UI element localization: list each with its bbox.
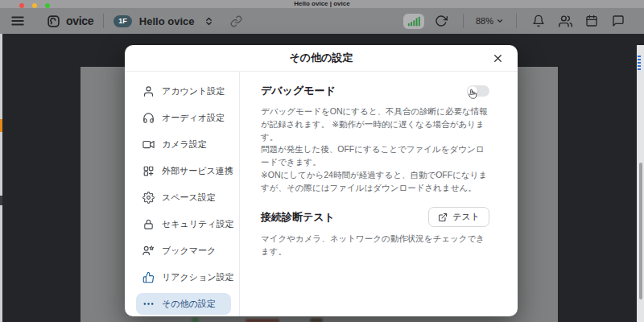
app-toolbar: ovice 1F Hello ovice 88% [0, 8, 644, 34]
debug-mode-toggle[interactable] [467, 85, 489, 97]
chat-icon[interactable] [609, 11, 628, 31]
lock-icon [142, 218, 155, 230]
floor-badge[interactable]: 1F [114, 15, 132, 27]
gear-icon [142, 192, 155, 204]
ovice-logo-text: ovice [66, 14, 93, 27]
sidebar-item-5[interactable]: セキュリティ設定 [136, 213, 231, 235]
headphones-icon [142, 112, 155, 124]
right-edge-panel [637, 45, 644, 322]
right-edge-blue-marker [638, 56, 641, 70]
notifications-bell-icon[interactable] [529, 11, 548, 31]
external-link-icon [438, 213, 448, 222]
right-scrollbar-thumb[interactable] [639, 163, 642, 299]
toolbar-divider [103, 14, 104, 28]
modal-title: その他の設定 [290, 51, 353, 65]
ovice-logo-icon [43, 11, 63, 31]
sidebar-item-label: スペース設定 [162, 192, 216, 204]
diagnostic-title: 接続診断テスト [261, 210, 335, 225]
test-button-label: テスト [452, 211, 480, 223]
sidebar-item-label: 外部サービス連携 [162, 165, 233, 177]
zoom-chevron-down-icon [496, 17, 504, 25]
sidebar-item-3[interactable]: 外部サービス連携 [136, 160, 231, 182]
zoom-level: 88% [476, 16, 493, 26]
settings-main-panel: デバッグモード デバッグモードをONにすると、不具合の診断に必要な情報が記録され… [240, 72, 518, 316]
sidebar-item-label: リアクション設定 [162, 271, 234, 283]
user-icon [142, 85, 155, 97]
debug-mode-description: デバッグモードをONにすると、不具合の診断に必要な情報が記録されます。 ※動作が… [261, 105, 489, 194]
ovice-logo: ovice [43, 11, 93, 31]
space-name[interactable]: Hello ovice [139, 15, 195, 27]
modal-body: アカウント設定オーディオ設定カメラ設定外部サービス連携スペース設定セキュリティ設… [125, 72, 518, 316]
settings-sidebar-list: アカウント設定オーディオ設定カメラ設定外部サービス連携スペース設定セキュリティ設… [125, 72, 240, 316]
left-edge-dark-marker [0, 196, 2, 205]
sidebar-item-label: アカウント設定 [162, 85, 225, 97]
reload-icon[interactable] [431, 11, 451, 31]
sidebar-item-2[interactable]: カメラ設定 [136, 134, 231, 155]
sidebar-item-8[interactable]: その他の設定 [136, 293, 231, 315]
calendar-icon[interactable] [582, 11, 601, 31]
connection-signal-icon[interactable] [403, 14, 424, 29]
camera-icon [142, 138, 155, 151]
hand-cursor-icon [466, 88, 478, 100]
sidebar-item-0[interactable]: アカウント設定 [136, 80, 231, 102]
apps-plus-icon [142, 165, 155, 177]
thumbs-up-icon [142, 271, 155, 283]
map-avatar-hint [192, 317, 199, 322]
left-edge-panel [0, 34, 2, 322]
toolbar-divider [516, 14, 517, 28]
test-button[interactable]: テスト [428, 207, 489, 227]
settings-modal: その他の設定 アカウント設定オーディオ設定カメラ設定外部サービス連携スペース設定… [125, 45, 518, 316]
debug-mode-title: デバッグモード [261, 84, 336, 98]
diagnostic-description: マイクやカメラ、ネットワークの動作状況をチェックできます。 [261, 233, 489, 258]
space-switcher-chevrons-icon[interactable] [199, 11, 218, 31]
macos-titlebar: Hello ovice | ovice [0, 0, 644, 8]
close-icon[interactable] [491, 52, 505, 65]
sidebar-item-label: カメラ設定 [162, 138, 207, 151]
zoom-control[interactable]: 88% [476, 16, 504, 26]
map-object-hint [310, 318, 323, 322]
left-edge-orange-marker [0, 119, 2, 132]
user-star-icon [142, 245, 155, 257]
sidebar-item-1[interactable]: オーディオ設定 [136, 107, 231, 129]
sidebar-item-label: ブックマーク [162, 245, 216, 257]
sidebar-item-7[interactable]: リアクション設定 [136, 266, 231, 288]
modal-header: その他の設定 [125, 45, 518, 72]
copy-link-icon[interactable] [226, 11, 246, 31]
menu-icon[interactable] [8, 11, 27, 31]
members-icon[interactable] [555, 11, 575, 31]
map-label-hint [246, 319, 279, 322]
ellipsis-icon [142, 298, 155, 310]
sidebar-item-label: オーディオ設定 [162, 112, 225, 124]
sidebar-item-label: セキュリティ設定 [162, 218, 234, 230]
toolbar-divider [463, 14, 464, 28]
sidebar-item-label: その他の設定 [162, 298, 216, 310]
sidebar-item-4[interactable]: スペース設定 [136, 187, 231, 208]
sidebar-item-6[interactable]: ブックマーク [136, 240, 231, 262]
window-title: Hello ovice | ovice [294, 0, 349, 8]
